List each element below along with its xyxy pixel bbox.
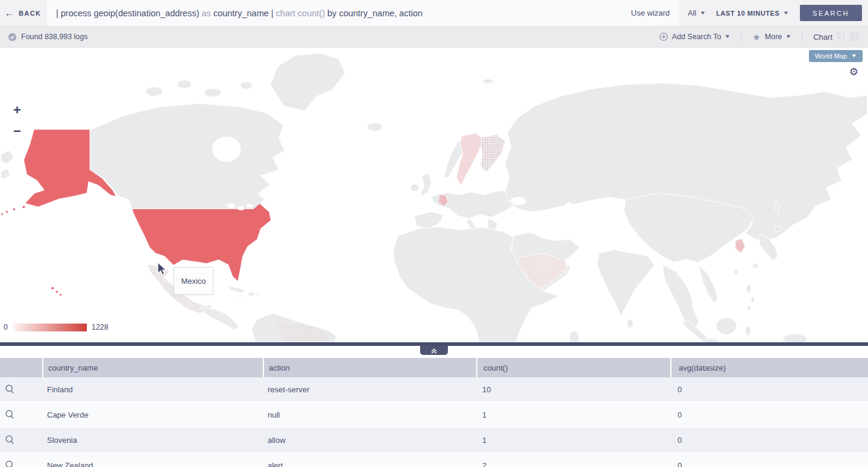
region-hawaii (51, 287, 61, 296)
region-philippines (746, 284, 755, 310)
header-icon-col (0, 358, 42, 377)
query-segment-keyword: chart count() (276, 8, 325, 18)
chevron-down-icon: ▼ (785, 34, 792, 39)
query-segment-keyword: as (200, 8, 213, 18)
cell-country-name: New Zealand (42, 461, 263, 467)
time-range-dropdown[interactable]: LAST 10 MINUTES ▼ (716, 10, 789, 17)
map-tooltip: Mexico (174, 267, 213, 295)
chevron-down-icon: ▼ (700, 11, 706, 16)
cell-avg-datasize: 0 (670, 385, 868, 394)
results-bar: Found 838,993 logs Add Search To ▼ ★ Mor… (0, 27, 868, 48)
table-row: Cape Verde null 1 0 (0, 403, 868, 428)
region-sweden (456, 133, 483, 186)
region-siberia-fragments (1, 151, 14, 180)
table-header: country_name action count() avg(datasize… (0, 358, 868, 377)
cell-avg-datasize: 0 (670, 436, 868, 445)
query-segment: country_name (213, 8, 269, 18)
search-icon[interactable] (4, 460, 15, 467)
query-segment: | process geoip(destination_address) (56, 8, 200, 18)
zoom-out-button[interactable]: − (13, 125, 21, 138)
cell-action: alert (263, 461, 476, 467)
zoom-in-button[interactable]: + (13, 104, 21, 117)
cell-count: 10 (476, 385, 670, 394)
found-logs-text: Found 838,993 logs (21, 33, 88, 41)
search-icon[interactable] (4, 434, 15, 445)
header-action: action (263, 358, 476, 377)
region-taiwan (734, 269, 738, 275)
header-country-name: country_name (42, 358, 263, 377)
cell-count: 2 (476, 461, 670, 467)
query-input[interactable]: | process geoip(destination_address) as … (56, 8, 623, 18)
cell-country-name: Cape Verde (42, 410, 263, 419)
region-greenland (271, 53, 345, 111)
cell-count: 1 (476, 410, 670, 419)
cell-action: reset-server (263, 385, 476, 394)
more-dropdown[interactable]: ★ More ▼ (741, 31, 802, 43)
search-icon[interactable] (4, 409, 15, 420)
chart-label: Chart (813, 33, 832, 42)
back-arrow-icon: ← (5, 8, 14, 17)
query-segment: country_name, action (339, 8, 423, 18)
scope-dropdown[interactable]: All ▼ (688, 9, 705, 17)
header-avg-datasize: avg(datasize) (670, 358, 868, 377)
map-view-selector[interactable]: World Map ▼ (809, 50, 863, 62)
region-central-america (201, 307, 239, 330)
region-indonesia (682, 318, 807, 342)
legend-min: 0 (4, 323, 8, 331)
region-south-korea (735, 239, 745, 253)
cell-action: null (263, 410, 476, 419)
gear-icon[interactable]: ⚙ (846, 66, 862, 78)
time-range-label: LAST 10 MINUTES (716, 10, 780, 17)
choropleth-world-map[interactable] (0, 48, 868, 342)
region-canada (90, 104, 285, 209)
black-sea (511, 196, 526, 205)
add-search-to-label: Add Search To (672, 33, 722, 41)
use-wizard-link[interactable]: Use wizard (631, 8, 670, 17)
cell-action: allow (263, 436, 476, 445)
region-uk (420, 174, 432, 196)
found-logs-status: Found 838,993 logs (0, 33, 649, 42)
region-caribbean (228, 286, 260, 296)
header-count: count() (476, 358, 670, 377)
add-circle-icon (659, 33, 668, 41)
legend-max: 1228 (92, 323, 108, 331)
region-ireland (410, 184, 419, 192)
results-table: country_name action count() avg(datasize… (0, 358, 868, 467)
cell-avg-datasize: 0 (670, 410, 868, 419)
add-search-to-dropdown[interactable]: Add Search To ▼ (649, 31, 741, 43)
query-input-container: | process geoip(destination_address) as … (46, 0, 679, 26)
back-label: BACK (19, 10, 41, 17)
tooltip-country-name: Mexico (181, 277, 206, 286)
query-segment: by (325, 8, 339, 18)
map-color-legend: 0 1228 (4, 323, 108, 331)
double-chevron-up-icon (430, 347, 438, 354)
search-button[interactable]: SEARCH (800, 5, 862, 21)
check-circle-icon (8, 33, 17, 42)
cell-avg-datasize: 0 (670, 461, 868, 467)
legend-gradient-bar (13, 324, 87, 331)
table-row: Slovenia allow 1 0 (0, 428, 868, 453)
cursor-icon (157, 262, 167, 275)
grid-view-icon[interactable] (850, 32, 860, 42)
region-vietnam (699, 265, 718, 304)
more-label: More (765, 33, 782, 41)
world-map-panel: + − World Map ▼ ⚙ 0 1228 Mexico (0, 48, 868, 342)
columns-view-icon[interactable] (837, 32, 845, 42)
cell-country-name: Finland (42, 385, 263, 394)
region-sri-lanka (627, 319, 633, 328)
region-madagascar (570, 331, 579, 342)
region-southeast-asia (662, 265, 699, 331)
search-icon[interactable] (4, 384, 15, 395)
region-iceland (367, 123, 383, 131)
chart-view-switcher: Chart (802, 32, 868, 42)
caspian-sea (564, 202, 574, 221)
cell-count: 1 (476, 436, 670, 445)
chevron-down-icon: ▼ (851, 54, 858, 58)
table-row: Finland reset-server 10 0 (0, 377, 868, 403)
region-india (597, 249, 654, 316)
table-row: New Zealand alert 2 0 (0, 453, 868, 467)
collapse-table-button[interactable] (420, 346, 448, 355)
map-view-label: World Map (815, 52, 847, 60)
star-icon: ★ (752, 33, 760, 42)
back-button[interactable]: ← BACK (0, 0, 46, 26)
